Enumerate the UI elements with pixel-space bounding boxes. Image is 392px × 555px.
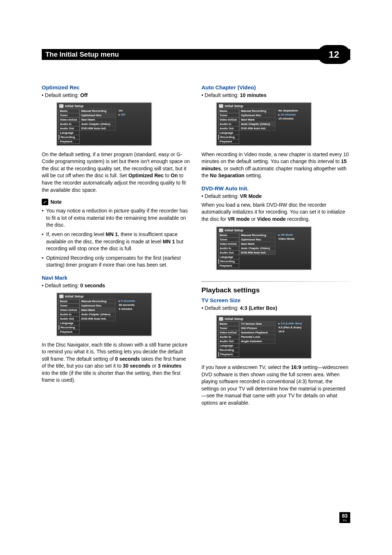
auto-chapter-heading: Auto Chapter (Video) (201, 84, 350, 90)
optimized-rec-body: On the default setting, if a timer progr… (42, 151, 191, 194)
note-row: Note (42, 199, 191, 205)
dvdrw-heading: DVD-RW Auto Init. (201, 185, 350, 191)
note-list: You may notice a reduction in picture qu… (42, 207, 191, 269)
auto-chapter-default: • Default setting: 10 minutes (201, 92, 350, 99)
panel-dvdrw: Initial SetupBasicTunerVideo In/OutAudio… (216, 226, 312, 270)
tv-screen-default: • Default setting: 4:3 (Letter Box) (201, 305, 350, 312)
dvdrw-body: When you load a new, blank DVD-RW disc t… (201, 202, 350, 223)
navi-mark-body: In the Disc Navigator, each title is sho… (42, 341, 191, 384)
auto-chapter-body: When recording in Video mode, a new chap… (201, 151, 350, 179)
navi-mark-default: • Default setting: 0 seconds (42, 282, 191, 289)
panel-navi-mark: Initial SetupBasicTunerVideo In/OutAudio… (56, 292, 152, 336)
page-badge: 83 En (339, 512, 350, 523)
chapter-title: The Initial Setup menu (45, 50, 119, 58)
playback-settings-heading: Playback settings (201, 286, 350, 294)
tv-screen-heading: TV Screen Size (201, 297, 350, 303)
page-number: 83 (342, 513, 348, 518)
section-divider (201, 281, 350, 282)
right-column: Auto Chapter (Video) • Default setting: … (201, 84, 350, 410)
note-2: If, even on recording level MN 1, there … (42, 231, 191, 252)
optimized-rec-default: • Default setting: Off (42, 92, 191, 99)
tv-screen-body: If you have a widescreen TV, select the … (201, 364, 350, 407)
note-1: You may notice a reduction in picture qu… (42, 207, 191, 229)
chapter-bar: The Initial Setup menu (42, 49, 350, 60)
chapter-badge: 12 (318, 45, 350, 64)
optimized-rec-heading: Optimized Rec (42, 84, 191, 90)
pencil-icon (42, 199, 48, 205)
panel-auto-chapter: Initial SetupBasicTunerVideo In/OutAudio… (216, 102, 312, 146)
note-label: Note (50, 199, 62, 205)
navi-mark-heading: Navi Mark (42, 275, 191, 281)
left-column: Optimized Rec • Default setting: Off Ini… (42, 84, 191, 410)
dvdrw-default: • Default setting: VR Mode (201, 193, 350, 200)
page-lang: En (343, 519, 347, 522)
panel-optimized-rec: Initial SetupBasicTunerVideo In/OutAudio… (56, 102, 152, 146)
panel-tv-screen: Initial SetupBasicTunerVideo In/OutAudio… (216, 315, 312, 359)
chapter-number: 12 (329, 49, 339, 60)
note-3: Optimized Recording only compensates for… (42, 255, 191, 269)
